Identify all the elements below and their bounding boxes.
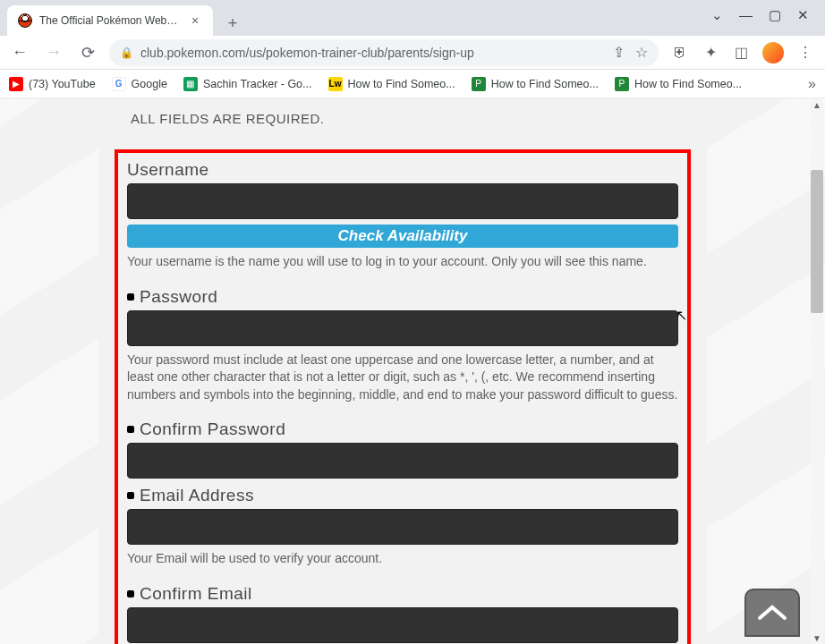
password-field: Password Your password must include at l… — [127, 287, 678, 404]
scroll-up-icon[interactable]: ▲ — [811, 98, 823, 111]
page-viewport: ALL FIELDS ARE REQUIRED. Username Check … — [0, 98, 825, 644]
maximize-icon[interactable]: ▢ — [769, 7, 781, 23]
close-tab-icon[interactable]: × — [188, 13, 202, 28]
url-text: club.pokemon.com/us/pokemon-trainer-club… — [140, 46, 606, 60]
star-icon[interactable]: ☆ — [635, 44, 648, 61]
youtube-icon: ▶ — [9, 77, 23, 91]
check-availability-button[interactable]: Check Availability — [127, 225, 678, 248]
bookmarks-bar: ▶ (73) YouTube G Google ▦ Sachin Tracker… — [0, 70, 825, 98]
confirm-email-field: Confirm Email — [127, 584, 678, 643]
bookmark-find-1[interactable]: Lw How to Find Someo... — [328, 77, 455, 91]
lock-icon: 🔒 — [120, 47, 133, 59]
tab-title: The Official Pokémon Website | P — [39, 14, 181, 27]
chevron-up-icon — [757, 604, 787, 622]
new-tab-button[interactable]: + — [220, 11, 245, 36]
pa-icon-2: P — [615, 77, 629, 91]
scrollbar-thumb[interactable] — [811, 170, 823, 313]
required-text: ALL FIELDS ARE REQUIRED. — [131, 111, 691, 126]
email-label: Email Address — [127, 486, 678, 505]
scrollbar-track[interactable]: ▲ ▼ — [811, 98, 823, 644]
confirm-email-input[interactable] — [127, 607, 678, 643]
confirm-password-label: Confirm Password — [127, 419, 678, 439]
share-icon[interactable]: ⇪ — [613, 44, 625, 61]
titlebar: The Official Pokémon Website | P × + ⌄ ―… — [0, 0, 825, 36]
toolbar: ← → ⟳ 🔒 club.pokemon.com/us/pokemon-trai… — [0, 36, 825, 70]
browser-tab[interactable]: The Official Pokémon Website | P × — [7, 5, 213, 36]
side-panel-icon[interactable]: ◫ — [732, 44, 750, 62]
back-button[interactable]: ← — [7, 40, 32, 65]
username-input[interactable] — [127, 183, 678, 219]
highlight-box: Username Check Availability Your usernam… — [115, 149, 691, 644]
menu-icon[interactable]: ⋮ — [796, 44, 814, 62]
form-panel: ALL FIELDS ARE REQUIRED. Username Check … — [98, 98, 707, 644]
email-help: Your Email will be used to verify your a… — [127, 550, 678, 568]
back-to-top-button[interactable] — [744, 589, 800, 637]
bullet-icon — [127, 590, 134, 597]
address-bar[interactable]: 🔒 club.pokemon.com/us/pokemon-trainer-cl… — [109, 39, 659, 66]
bookmark-google[interactable]: G Google — [112, 77, 167, 91]
password-label: Password — [127, 287, 678, 307]
bookmark-sheets[interactable]: ▦ Sachin Tracker - Go... — [183, 77, 312, 91]
google-icon: G — [112, 77, 126, 91]
confirm-password-field: Confirm Password — [127, 419, 678, 479]
pa-icon: P — [472, 77, 486, 91]
bullet-icon — [127, 293, 134, 301]
bookmark-youtube[interactable]: ▶ (73) YouTube — [9, 77, 96, 91]
forward-button[interactable]: → — [41, 40, 66, 65]
window-controls: ⌄ ― ▢ ✕ — [695, 0, 825, 30]
confirm-password-input[interactable] — [127, 443, 678, 479]
favicon-pokeball — [18, 13, 32, 28]
bookmark-find-2[interactable]: P How to Find Someo... — [472, 77, 599, 91]
extensions-icon[interactable]: ✦ — [702, 44, 719, 62]
shield-icon[interactable]: ⛨ — [671, 44, 689, 62]
password-help: Your password must include at least one … — [127, 352, 678, 404]
username-label: Username — [127, 160, 678, 180]
bookmarks-overflow-icon[interactable]: » — [808, 76, 816, 92]
sheets-icon: ▦ — [183, 77, 198, 91]
username-field: Username Check Availability Your usernam… — [127, 160, 678, 271]
caret-down-icon[interactable]: ⌄ — [711, 7, 723, 23]
username-help: Your username is the name you will use t… — [127, 253, 678, 271]
reload-button[interactable]: ⟳ — [75, 40, 100, 65]
email-input[interactable] — [127, 509, 678, 545]
email-field: Email Address Your Email will be used to… — [127, 486, 678, 568]
bullet-icon — [127, 492, 134, 499]
profile-avatar[interactable] — [762, 42, 784, 64]
bullet-icon — [127, 426, 134, 433]
password-input[interactable] — [127, 310, 678, 346]
scroll-down-icon[interactable]: ▼ — [811, 631, 823, 644]
bookmark-find-3[interactable]: P How to Find Someo... — [615, 77, 742, 91]
minimize-icon[interactable]: ― — [739, 7, 753, 23]
close-window-icon[interactable]: ✕ — [797, 7, 809, 23]
lw-icon: Lw — [328, 77, 343, 91]
confirm-email-label: Confirm Email — [127, 584, 678, 604]
